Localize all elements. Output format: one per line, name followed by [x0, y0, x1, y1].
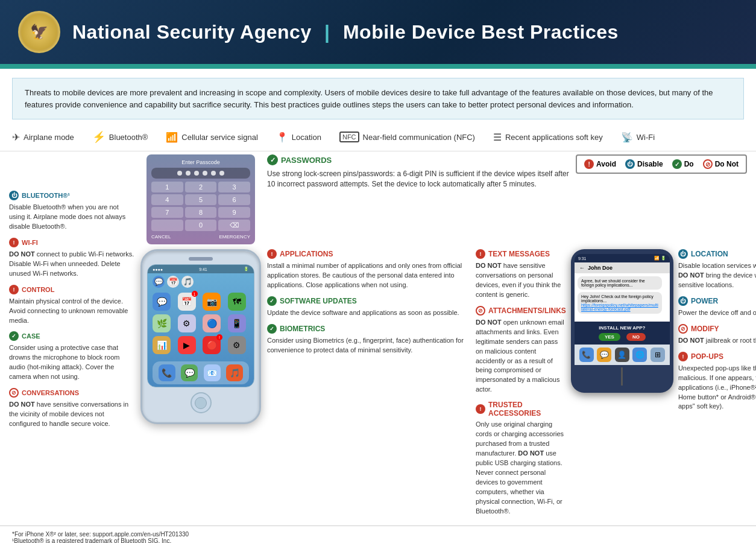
trusted-accessories-section: ! TRUSTED ACCESSORIES Only use original … — [476, 401, 566, 516]
top-row: Enter Passcode — [140, 154, 747, 244]
location-title: ⏻ LOCATION — [678, 249, 756, 259]
software-updates-body: Update the device software and applicati… — [267, 308, 470, 318]
bluetooth-icon: ⚡ — [92, 130, 106, 144]
trusted-accessories-avoid-icon: ! — [476, 404, 485, 414]
conversations-section: ⊘ CONVERSATIONS DO NOT have sensitive co… — [9, 388, 136, 429]
nsa-logo: 🦅 — [18, 11, 60, 53]
modify-body: DO NOT jailbreak or root the device. — [678, 336, 756, 346]
cellular-label: Cellular service signal — [181, 133, 257, 142]
install-no-button[interactable]: NO — [626, 333, 646, 341]
applications-avoid-icon: ! — [267, 249, 277, 259]
applications-section: ! APPLICATIONS Install a minimal number … — [267, 249, 470, 290]
do-icon: ✓ — [672, 159, 682, 169]
biometrics-do-icon: ✓ — [267, 324, 277, 334]
header-divider: | — [324, 21, 330, 43]
teal-accent-bar — [0, 64, 756, 69]
passwords-area: ✓ PASSWORDS Use strong lock-screen pins/… — [267, 154, 570, 196]
case-do-icon: ✓ — [9, 331, 19, 341]
text-messages-body: DO NOT have sensitive conversations on p… — [476, 261, 566, 300]
text-sections: ! TEXT MESSAGES DO NOT have sensitive co… — [476, 249, 566, 522]
location-section: ⏻ LOCATION Disable location services whe… — [678, 249, 756, 290]
wifi-label: Wi-Fi — [637, 133, 655, 142]
attachments-title: ⊘ ATTACHMENTS/LINKS — [476, 306, 566, 316]
header-title: National Security Agency | Mobile Device… — [72, 21, 619, 43]
bluetooth-label: Bluetooth® — [109, 133, 148, 142]
biometrics-body: Consider using Biometrics (e.g., fingerp… — [267, 336, 470, 355]
attachments-donot-icon: ⊘ — [476, 306, 485, 316]
wifi-avoid-icon: ! — [9, 238, 19, 247]
bluetooth-disable-icon: ⏻ — [9, 191, 19, 200]
location-disable-icon: ⏻ — [678, 249, 688, 259]
trusted-accessories-body: Only use original charging cords or char… — [476, 420, 566, 516]
wifi-icon: 📡 — [621, 132, 633, 143]
text-messages-title: ! TEXT MESSAGES — [476, 249, 566, 259]
right-sections-wrapper: ! TEXT MESSAGES DO NOT have sensitive co… — [476, 249, 747, 522]
control-section: ! CONTROL Maintain physical control of t… — [9, 285, 136, 326]
footnote-2: ¹Bluetooth® is a registered trademark of… — [12, 538, 744, 543]
dock-contacts: 👤 — [615, 348, 629, 362]
disable-icon: ⏻ — [625, 159, 635, 169]
home-button[interactable] — [191, 392, 212, 413]
intro-text: Threats to mobile devices are more preva… — [12, 78, 744, 119]
text-messages-avoid-icon: ! — [476, 249, 485, 259]
charging-cable — [621, 367, 623, 386]
chat-bottom-dock: 📞 💬 👤 🌐 ⊞ — [575, 345, 670, 365]
center-middle-sections: ! APPLICATIONS Install a minimal number … — [267, 249, 470, 361]
right-column: ⏻ LOCATION Disable location services whe… — [678, 249, 756, 522]
airplane-label: Airplane mode — [24, 133, 74, 142]
trusted-accessories-title: ! TRUSTED ACCESSORIES — [476, 401, 566, 418]
chat-bubble-1: Agree, but we should consider the foreig… — [578, 276, 663, 290]
icon-item-bluetooth: ⚡ Bluetooth® — [92, 130, 148, 144]
popups-avoid-icon: ! — [678, 352, 688, 361]
chat-bubble-2: Hey John! Check out the foreign policy i… — [578, 292, 663, 314]
logo-eagle: 🦅 — [21, 14, 57, 50]
control-body: Maintain physical control of the device.… — [9, 297, 136, 326]
popups-title: ! POP-UPS — [678, 352, 756, 361]
location-icon: 📍 — [276, 132, 288, 143]
software-updates-section: ✓ SOFTWARE UPDATES Update the device sof… — [267, 296, 470, 318]
conversations-title: ⊘ CONVERSATIONS — [9, 388, 136, 398]
chat-phone-area: 9:31 📶 🔋 ← John Doe Agree, but w — [571, 249, 673, 522]
status-bar-home: ●●●● 9:41 🔋 — [148, 265, 254, 273]
software-updates-do-icon: ✓ — [267, 296, 277, 306]
chat-header: ← John Doe — [575, 262, 670, 273]
center-area: Enter Passcode — [140, 154, 747, 522]
chat-screen: ← John Doe Agree, but we should consider… — [575, 262, 670, 322]
icons-legend-bar: ✈ Airplane mode ⚡ Bluetooth® 📶 Cellular … — [0, 125, 756, 151]
bluetooth-section: ⏻ BLUETOOTH®¹ Disable Bluetooth® when yo… — [9, 191, 136, 232]
passwords-body: Use strong lock-screen pins/passwords: a… — [267, 169, 570, 190]
dock-messaging: 💬 — [597, 348, 611, 362]
modify-title: ⊘ MODIFY — [678, 324, 756, 334]
passwords-title: ✓ PASSWORDS — [267, 154, 570, 165]
header: 🦅 National Security Agency | Mobile Devi… — [0, 0, 756, 64]
install-title: INSTALL NEW APP? — [579, 325, 665, 331]
power-title: ⏻ POWER — [678, 296, 756, 306]
attachments-body: DO NOT open unknown email attachments an… — [476, 318, 566, 395]
donot-icon: ⊘ — [703, 159, 713, 169]
chat-link: https://foreignpolicy.net/whitepapers/mu… — [581, 303, 659, 311]
install-prompt: INSTALL NEW APP? YES NO — [575, 322, 670, 345]
nfc-icon: NFC — [339, 132, 359, 142]
dock-apps: ⊞ — [650, 348, 665, 362]
avoid-icon: ! — [584, 159, 594, 169]
nfc-label: Near-field communication (NFC) — [363, 133, 475, 142]
location-label: Location — [292, 133, 321, 142]
case-section: ✓ CASE Consider using a protective case … — [9, 331, 136, 382]
install-yes-button[interactable]: YES — [599, 333, 620, 341]
dock-browser: 🌐 — [632, 348, 647, 362]
modify-donot-icon: ⊘ — [678, 324, 688, 334]
legend-box: ! Avoid ⏻ Disable ✓ Do ⊘ Do Not — [576, 154, 747, 174]
icon-item-location: 📍 Location — [276, 132, 321, 143]
airplane-icon: ✈ — [12, 132, 20, 143]
icon-item-airplane: ✈ Airplane mode — [12, 132, 74, 143]
case-title: ✓ CASE — [9, 331, 136, 341]
applications-title: ! APPLICATIONS — [267, 249, 470, 259]
chat-phone-mockup: 9:31 📶 🔋 ← John Doe Agree, but w — [571, 249, 673, 393]
footnote-1: *For iPhone X®² or later, see: support.a… — [12, 531, 744, 538]
conversations-donot-icon: ⊘ — [9, 388, 19, 398]
modify-section: ⊘ MODIFY DO NOT jailbreak or root the de… — [678, 324, 756, 346]
control-title: ! CONTROL — [9, 285, 136, 294]
legend-donot: ⊘ Do Not — [703, 159, 739, 169]
main-content: ⏻ BLUETOOTH®¹ Disable Bluetooth® when yo… — [0, 151, 756, 526]
phone-dock: 📞 💬 📧 🎵 — [153, 361, 249, 384]
